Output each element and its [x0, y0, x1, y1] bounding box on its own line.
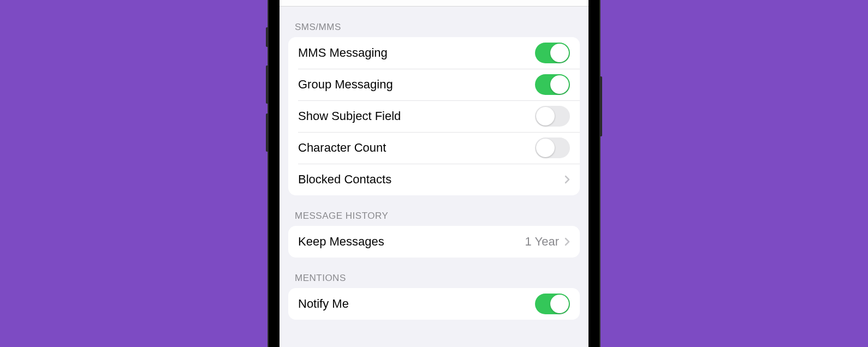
toggle-group-messaging[interactable]: [535, 74, 570, 95]
group-history: Keep Messages 1 Year: [288, 226, 580, 258]
section-header-history: MESSAGE HISTORY: [280, 195, 588, 226]
row-label: Group Messaging: [298, 77, 535, 92]
row-label: Character Count: [298, 141, 535, 155]
row-keep-messages[interactable]: Keep Messages 1 Year: [288, 226, 580, 258]
volume-down-button: [266, 113, 269, 152]
phone-bezel: Settings Messages SMS/MMS MMS Messaging …: [274, 0, 594, 347]
phone-frame: Settings Messages SMS/MMS MMS Messaging …: [269, 0, 599, 347]
nav-bar: Settings Messages: [280, 0, 588, 7]
row-label: Show Subject Field: [298, 109, 535, 123]
row-mms-messaging: MMS Messaging: [288, 37, 580, 69]
row-label: Blocked Contacts: [298, 172, 564, 187]
settings-content: SMS/MMS MMS Messaging Group Messaging Sh…: [280, 7, 588, 320]
row-show-subject-field: Show Subject Field: [288, 100, 580, 132]
toggle-mms-messaging[interactable]: [535, 43, 570, 63]
row-label: MMS Messaging: [298, 46, 535, 60]
toggle-character-count[interactable]: [535, 137, 570, 158]
row-label: Keep Messages: [298, 235, 525, 249]
mute-switch: [266, 27, 269, 47]
row-group-messaging: Group Messaging: [288, 69, 580, 100]
row-character-count: Character Count: [288, 132, 580, 164]
group-sms: MMS Messaging Group Messaging Show Subje…: [288, 37, 580, 195]
section-header-sms: SMS/MMS: [280, 7, 588, 37]
chevron-right-icon: [564, 237, 570, 246]
row-value: 1 Year: [525, 235, 559, 249]
group-mentions: Notify Me: [288, 288, 580, 320]
toggle-show-subject-field[interactable]: [535, 106, 570, 127]
power-button: [599, 76, 602, 136]
row-notify-me: Notify Me: [288, 288, 580, 320]
phone-screen: Settings Messages SMS/MMS MMS Messaging …: [280, 0, 588, 347]
toggle-notify-me[interactable]: [535, 294, 570, 314]
row-blocked-contacts[interactable]: Blocked Contacts: [288, 164, 580, 195]
chevron-right-icon: [564, 175, 570, 184]
volume-up-button: [266, 65, 269, 104]
section-header-mentions: MENTIONS: [280, 258, 588, 288]
row-label: Notify Me: [298, 297, 535, 311]
